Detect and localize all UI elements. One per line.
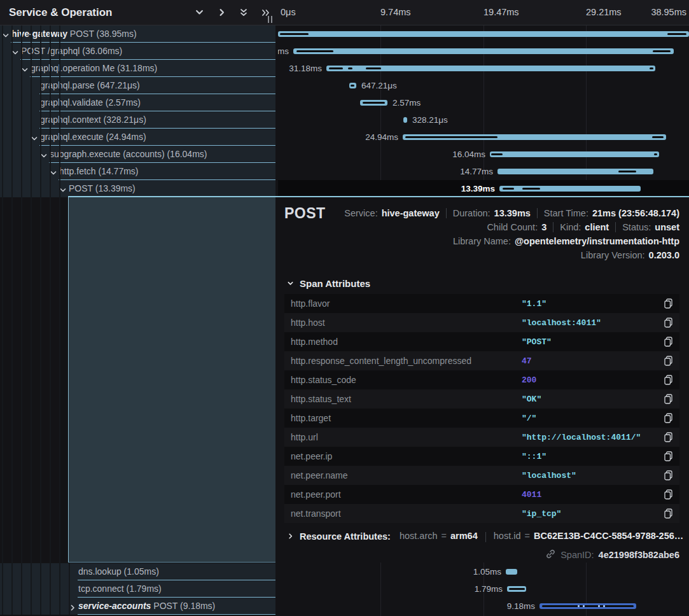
collapse-all-icon[interactable] <box>237 6 251 20</box>
top-bar: Service & Operation 0μs9.74ms19.47ms29.2… <box>0 0 689 25</box>
span-duration-label: 2.57ms <box>393 94 421 111</box>
copy-icon[interactable] <box>664 394 673 404</box>
service-operation-header: Service & Operation <box>9 0 113 25</box>
span-timeline-row[interactable]: 36.06ms <box>278 43 689 60</box>
span-duration-bar[interactable] <box>499 186 641 192</box>
span-duration-bar[interactable] <box>403 134 666 140</box>
span-timeline-row[interactable]: 24.94ms <box>278 129 689 146</box>
span-id-value: 4e21998f3b82abe6 <box>599 550 679 560</box>
span-timeline-row[interactable]: 2.57ms <box>278 94 689 111</box>
span-duration-bar[interactable] <box>293 48 674 54</box>
service-name: service-accounts <box>78 601 151 611</box>
span-timeline-row[interactable]: 13.39ms <box>278 180 689 197</box>
span-timeline-row[interactable]: 647.21μs <box>278 77 689 94</box>
attribute-value: 4011 <box>522 490 541 500</box>
copy-icon[interactable] <box>664 432 673 442</box>
divider <box>485 532 486 542</box>
copy-icon[interactable] <box>664 318 673 328</box>
overview-line: Library Name:@opentelemetry/instrumentat… <box>453 234 679 248</box>
span-attributes-table: http.flavor"1.1"http.host"localhost:4011… <box>284 294 679 523</box>
copy-icon[interactable] <box>664 375 673 385</box>
span-color-underline <box>78 614 275 615</box>
span-timeline-row[interactable]: 1.79ms <box>278 580 689 598</box>
indent-guide <box>31 25 32 615</box>
span-duration-bar[interactable] <box>506 569 517 575</box>
attribute-value: "localhost:4011" <box>522 318 601 328</box>
attribute-row: http.method"POST" <box>284 332 679 351</box>
attribute-row: http.host"localhost:4011" <box>284 313 679 332</box>
span-id-row: SpanID: 4e21998f3b82abe6 <box>545 547 679 563</box>
attribute-value: "/" <box>522 414 536 423</box>
attribute-row: net.peer.ip"::1" <box>284 447 679 466</box>
resource-attributes-row[interactable]: Resource Attributes: host.arch=arm64host… <box>287 529 683 544</box>
overview-line: Child Count:3Kind:clientStatus:unset <box>487 220 679 234</box>
tree-toolbar <box>192 0 273 25</box>
expand-one-icon[interactable] <box>214 6 228 20</box>
span-timeline-row[interactable]: 31.18ms <box>278 60 689 77</box>
copy-icon[interactable] <box>664 508 673 519</box>
span-duration-label: 14.77ms <box>460 163 493 180</box>
attribute-row: http.status_code200 <box>284 370 679 389</box>
span-duration-bar[interactable] <box>360 100 387 106</box>
span-duration-label: 1.05ms <box>473 563 501 580</box>
overview-label: Start Time: <box>544 208 588 218</box>
operation-name: graphql.context (328.21μs) <box>40 115 146 125</box>
copy-icon[interactable] <box>664 470 673 480</box>
copy-icon[interactable] <box>664 337 673 347</box>
attribute-key: http.status_code <box>291 375 356 385</box>
chevron-right-icon <box>287 531 294 542</box>
copy-icon[interactable] <box>664 356 673 366</box>
overview-label: Status: <box>622 222 651 232</box>
indent-guide <box>2 25 3 615</box>
overview-label: Library Version: <box>581 250 645 260</box>
span-timeline-row[interactable]: 9.18ms <box>278 598 689 615</box>
overview-value: 13.39ms <box>494 208 531 218</box>
span-attributes-header[interactable]: Span Attributes <box>287 278 370 289</box>
attribute-value: "ip_tcp" <box>522 509 561 519</box>
resource-key: host.id <box>494 531 521 541</box>
child-span-mark <box>509 588 525 590</box>
operation-name: POST /graphql (36.06ms) <box>21 46 122 56</box>
span-duration-bar[interactable] <box>349 83 356 88</box>
attribute-key: http.status_text <box>291 394 351 404</box>
span-timeline-row[interactable]: 16.04ms <box>278 146 689 163</box>
chevron-down-icon <box>287 278 294 289</box>
span-duration-bar[interactable] <box>326 66 655 71</box>
span-timeline-row[interactable]: 1.05ms <box>278 563 689 580</box>
copy-icon[interactable] <box>664 413 673 423</box>
span-timeline-row[interactable]: 38.95ms <box>278 25 689 43</box>
child-span-mark <box>351 85 354 87</box>
child-span-mark <box>296 50 333 52</box>
child-span-mark <box>654 153 657 155</box>
child-span-mark <box>366 67 381 69</box>
span-name: graphql.parse (647.21μs) <box>40 77 140 94</box>
collapse-one-icon[interactable] <box>192 6 206 20</box>
overview-value: 3 <box>541 222 546 232</box>
span-duration-label: 13.39ms <box>461 180 495 197</box>
child-span-mark <box>653 50 671 52</box>
overview-line: Service:hive-gatewayDuration:13.39msStar… <box>344 206 679 220</box>
span-duration-bar[interactable] <box>539 603 636 609</box>
span-duration-bar[interactable] <box>507 586 526 592</box>
copy-icon[interactable] <box>664 489 673 500</box>
panel-resizer-handle[interactable] <box>268 16 272 23</box>
link-icon[interactable] <box>545 549 556 561</box>
attribute-row: http.response_content_length_uncompresse… <box>284 351 679 370</box>
timeline-tick: 29.21ms <box>586 0 622 25</box>
span-duration-bar[interactable] <box>403 117 407 123</box>
selected-span-detail-spacer <box>68 197 275 563</box>
indent-guide <box>59 25 60 615</box>
attribute-value: "localhost" <box>522 471 576 480</box>
span-duration-bar[interactable] <box>498 169 653 174</box>
copy-icon[interactable] <box>664 298 673 309</box>
span-timeline-row[interactable]: 328.21μs <box>278 111 689 129</box>
overview-value: unset <box>655 222 679 232</box>
span-duration-bar[interactable] <box>490 151 659 157</box>
child-span-mark <box>348 67 352 69</box>
span-timeline-row[interactable]: 14.77ms <box>278 163 689 180</box>
trace-viewer: Service & Operation 0μs9.74ms19.47ms29.2… <box>0 0 689 616</box>
span-duration-bar[interactable] <box>278 31 689 37</box>
span-name: subgraph.execute (accounts) (16.04ms) <box>50 146 207 162</box>
span-duration-label: 16.04ms <box>452 146 485 163</box>
copy-icon[interactable] <box>664 451 673 461</box>
